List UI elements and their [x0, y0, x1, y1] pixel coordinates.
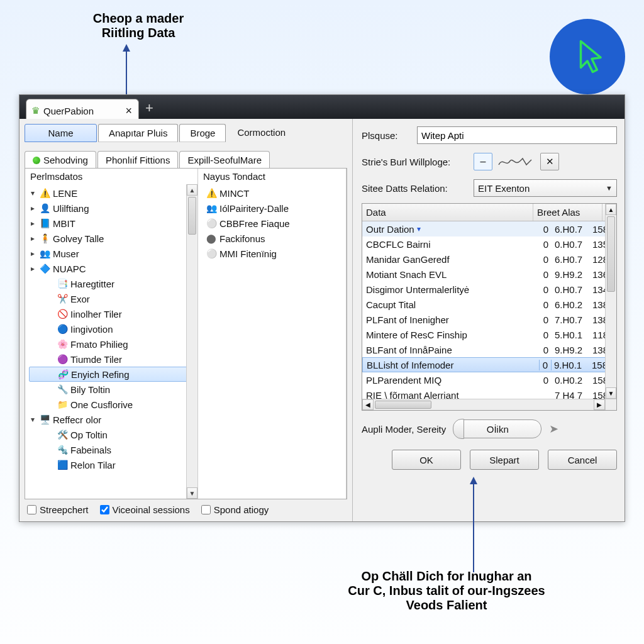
table-body[interactable]: Outr Dation ▾06.H0.7158CBCFLC Bairni 00.…	[362, 221, 616, 410]
table-row[interactable]: Disgimor Untermalerlityė 00.H0.7134	[362, 282, 616, 297]
minus-button[interactable]: –	[474, 153, 492, 170]
hscroll-thumb[interactable]	[375, 401, 431, 409]
tree-item[interactable]: 🔵Iingivotion	[29, 321, 196, 336]
tree-item[interactable]: ▸📘MBIT	[29, 216, 196, 231]
scroll-up-icon[interactable]: ▲	[187, 184, 197, 196]
tree-item[interactable]: 🔩Fabeinals	[29, 442, 196, 457]
table-row[interactable]: PLParendent MIQ 00.H0.2158	[362, 372, 616, 387]
left-pane: Name Anapıtar Pluis Broge Cormoction Seh…	[19, 119, 353, 521]
oikn-button[interactable]: Oİikn	[453, 419, 541, 438]
table-hscroll[interactable]: ◀ ▶	[362, 399, 605, 410]
check-label: Viceoinal sessions	[113, 504, 190, 515]
subtab-sehodving[interactable]: Sehodving	[25, 151, 96, 169]
table-row[interactable]: Mintere of ResC Finship 05.H0.1118	[362, 327, 616, 342]
nayus-header: Nayus Tondact	[198, 169, 346, 184]
scroll-left-icon[interactable]: ◀	[362, 399, 374, 410]
dialog-buttons: OK Slepart Cancel	[362, 450, 617, 470]
tab-name[interactable]: Name	[25, 124, 97, 142]
signature-icon	[497, 153, 535, 170]
window-tab[interactable]: ♛ QuerPabion ×	[26, 99, 139, 119]
list-item[interactable]: ⚪MMI Fitenïnig	[202, 246, 345, 261]
lists-row: Perlmsdatos ▾⚠️LENE▸👤Ulilftiang▸📘MBIT▸🧍G…	[25, 168, 347, 499]
check-streepchert[interactable]: Streepchert	[27, 504, 89, 515]
scroll-thumb[interactable]	[607, 216, 615, 292]
tab-anapitar[interactable]: Anapıtar Pluis	[98, 124, 178, 142]
list-item[interactable]: ⚠️MINCT	[202, 186, 345, 201]
tree-item[interactable]: ▸👤Ulilftiang	[29, 201, 196, 216]
sitee-label: Sitee Datts Relation:	[362, 183, 469, 194]
table-row[interactable]: CBCFLC Bairni 00.H0.7135	[362, 236, 616, 252]
strie-label: Strie's Burl Willploge:	[362, 157, 469, 167]
tree-item[interactable]: ▾⚠️LENE	[29, 186, 196, 201]
plsquse-label: Plsquse:	[362, 130, 412, 141]
table-header: Data Breet Alas ▲	[362, 204, 616, 221]
tab-cormoction[interactable]: Cormoction	[227, 124, 296, 142]
check-spond-input[interactable]	[201, 505, 211, 514]
subtab-expill[interactable]: Expill-SeofulMare	[179, 151, 270, 169]
clear-button[interactable]: ✕	[540, 153, 559, 170]
logo-badge	[550, 19, 625, 94]
plsquse-input[interactable]	[417, 126, 617, 144]
send-icon[interactable]: ➤	[549, 422, 558, 436]
cancel-button[interactable]: Cancel	[548, 450, 617, 470]
tree-item[interactable]: 🔧Bily Toltin	[29, 382, 196, 397]
tree-item[interactable]: 🟦Relon Tilar	[29, 457, 196, 472]
check-streepchert-input[interactable]	[27, 505, 36, 514]
green-dot-icon	[33, 157, 40, 164]
top-tabs: Name Anapıtar Pluis Broge Cormoction	[25, 124, 347, 142]
aupli-label: Aupli Moder, Sereity	[362, 424, 446, 435]
scroll-thumb[interactable]	[188, 197, 196, 235]
window-tab-title: QuerPabion	[43, 106, 94, 116]
list-item[interactable]: 👥IólPairitery-Dalle	[202, 201, 345, 216]
tree-item[interactable]: 🟣Tiumde Tiler	[29, 352, 196, 367]
close-tab-icon[interactable]: ×	[125, 104, 132, 118]
tree-item[interactable]: ▸👥Muser	[29, 246, 196, 261]
dropdown-value: EIT Exenton	[478, 183, 530, 194]
table-row[interactable]: Motiant Snach EVL 09.H9.2136	[362, 267, 616, 282]
tree-item[interactable]: 🌸Fmato Philieg	[29, 336, 196, 352]
perlmsdatos-tree[interactable]: ▾⚠️LENE▸👤Ulilftiang▸📘MBIT▸🧍Golvey Talle▸…	[25, 184, 197, 474]
check-label: Streepchert	[40, 504, 89, 515]
chevron-down-icon: ▼	[606, 184, 613, 192]
subtab-label: Sehodving	[43, 155, 88, 165]
arrow-bottom	[473, 478, 474, 572]
list-item[interactable]: ⚪CBBFree Fiaque	[202, 216, 345, 231]
tree-item[interactable]: 🛠️Op Toltin	[29, 427, 196, 442]
new-tab-button[interactable]: +	[145, 100, 153, 116]
table-vscroll[interactable]: ▲ ▼	[605, 204, 616, 399]
tree-item[interactable]: 📁One Cusflorive	[29, 397, 196, 412]
subtab-phonlif[interactable]: Phonlıif Fittions	[97, 151, 179, 169]
tree-item[interactable]: 🧬Enyich Refing	[29, 367, 196, 382]
check-spond[interactable]: Spond atiogy	[201, 504, 269, 515]
crown-icon: ♛	[31, 105, 40, 116]
nayus-list[interactable]: ⚠️MINCT👥IólPairitery-Dalle⚪CBBFree Fiaqu…	[198, 184, 346, 262]
tree-item[interactable]: ▸🔷NUAPC	[29, 261, 196, 276]
check-viceoinal[interactable]: Viceoinal sessions	[100, 504, 190, 515]
ok-button[interactable]: OK	[392, 450, 461, 470]
splitter-grip-icon[interactable]: ⇕	[345, 311, 347, 321]
scroll-up-icon[interactable]: ▲	[606, 204, 616, 215]
tree-item[interactable]: 📑Haregtitter	[29, 276, 196, 291]
table-row[interactable]: Manidar GanGeredf 06.H0.7128	[362, 252, 616, 267]
list-item[interactable]: ⬤Fackifonus	[202, 231, 345, 246]
titlebar: ♛ QuerPabion × +	[19, 95, 625, 119]
tree-item[interactable]: ✂️Exor	[29, 291, 196, 306]
tab-broge[interactable]: Broge	[179, 124, 226, 142]
sitee-dropdown[interactable]: EIT Exenton ▼	[474, 179, 617, 197]
table-row[interactable]: PLFant of Inenigher 07.H0.7138	[362, 312, 616, 327]
tree-item[interactable]: ▸🧍Golvey Talle	[29, 231, 196, 246]
tree-item[interactable]: 🚫Iinolher Tiler	[29, 306, 196, 321]
table-row[interactable]: BLLisht of Infemoder 09.H0.1158	[362, 357, 616, 372]
scroll-down-icon[interactable]: ▼	[187, 487, 197, 499]
table-row[interactable]: Outr Dation ▾06.H0.7158	[362, 221, 616, 236]
scroll-right-icon[interactable]: ▶	[594, 399, 605, 410]
tree-scrollbar[interactable]: ▲ ▼	[186, 184, 197, 499]
scroll-down-icon[interactable]: ▼	[606, 387, 616, 399]
th-breet[interactable]: Breet Alas	[533, 204, 602, 221]
table-row[interactable]: BLFant of InnåPaine 09.H9.2138	[362, 342, 616, 357]
tree-item[interactable]: ▾🖥️Reffecr olor	[29, 412, 196, 427]
th-data[interactable]: Data	[362, 204, 533, 221]
table-row[interactable]: Cacupt Tital 06.H0.2138	[362, 297, 616, 312]
check-viceoinal-input[interactable]	[100, 505, 109, 514]
slepart-button[interactable]: Slepart	[470, 450, 539, 470]
